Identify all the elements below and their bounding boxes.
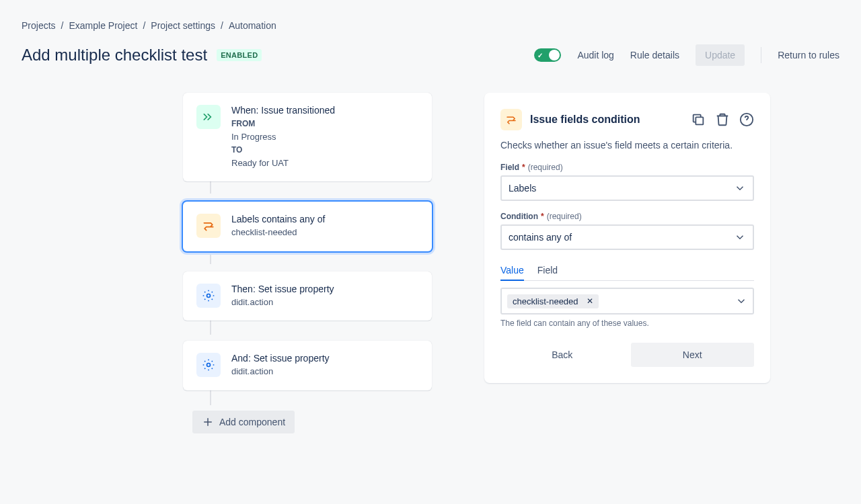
value-field-tabs: Value Field [500,261,754,281]
back-button[interactable]: Back [500,343,624,367]
audit-log-link[interactable]: Audit log [577,50,613,60]
action-icon [196,353,221,377]
action-sub: didit.action [231,365,418,378]
action-sub: didit.action [231,296,418,309]
condition-sub: checklist-needed [231,226,418,239]
divider [761,47,761,63]
update-button: Update [696,44,745,66]
action-title: And: Set issue property [231,353,418,364]
chevron-down-icon [735,295,747,307]
svg-point-1 [207,364,211,367]
help-text: The field can contain any of these value… [500,319,754,328]
trigger-icon [196,105,221,129]
breadcrumb-projects[interactable]: Projects [22,20,56,31]
breadcrumb-sep: / [61,20,64,31]
tab-field[interactable]: Field [537,261,558,280]
enabled-toggle[interactable]: ✓ [534,48,561,62]
chevron-down-icon [734,231,746,243]
svg-point-0 [207,294,211,297]
rule-details-link[interactable]: Rule details [630,50,679,60]
action-card-2[interactable]: And: Set issue property didit.action [183,341,432,390]
condition-icon [196,214,221,238]
return-to-rules-link[interactable]: Return to rules [778,50,839,60]
breadcrumb-automation[interactable]: Automation [229,20,276,31]
copy-icon[interactable] [691,112,706,127]
next-button[interactable]: Next [631,343,755,367]
page-title: Add multiple checklist test [22,46,207,65]
chevron-down-icon [734,182,746,194]
action-title: Then: Set issue property [231,284,418,294]
rule-flow: When: Issue transitioned FROM In Progres… [22,93,452,433]
trigger-detail: FROM In Progress TO Ready for UAT [231,117,418,169]
breadcrumb-sep: / [143,20,145,31]
config-panel: Issue fields condition Checks whether an… [484,93,770,383]
condition-select[interactable]: contains any of [500,224,754,250]
trigger-card[interactable]: When: Issue transitioned FROM In Progres… [183,93,432,181]
panel-title: Issue fields condition [530,114,683,126]
condition-card[interactable]: Labels contains any of checklist-needed [183,202,432,251]
toggle-knob [549,50,560,60]
value-chip: checklist-needed ✕ [507,294,599,308]
action-card-1[interactable]: Then: Set issue property didit.action [183,271,432,321]
add-component-button[interactable]: Add component [192,411,295,433]
breadcrumb-project[interactable]: Example Project [69,20,137,31]
tab-value[interactable]: Value [500,261,524,281]
condition-label: Condition * (required) [500,212,754,221]
svg-rect-2 [696,117,703,124]
help-icon[interactable] [739,112,754,127]
page-header: Add multiple checklist test ENABLED ✓ Au… [22,44,839,66]
check-icon: ✓ [537,52,543,59]
condition-title: Labels contains any of [231,214,418,224]
trash-icon[interactable] [715,112,730,127]
chip-remove-icon[interactable]: ✕ [583,296,597,306]
breadcrumb-sep: / [221,20,223,31]
trigger-title: When: Issue transitioned [231,105,418,116]
field-label: Field * (required) [500,163,754,172]
panel-description: Checks whether an issue's field meets a … [500,140,754,151]
breadcrumb: Projects / Example Project / Project set… [22,20,839,31]
action-icon [196,284,221,308]
plus-icon [202,416,214,428]
value-multiselect[interactable]: checklist-needed ✕ [500,288,754,314]
field-select[interactable]: Labels [500,175,754,201]
panel-icon [500,109,522,130]
status-badge: ENABLED [217,49,262,61]
breadcrumb-settings[interactable]: Project settings [151,20,215,31]
